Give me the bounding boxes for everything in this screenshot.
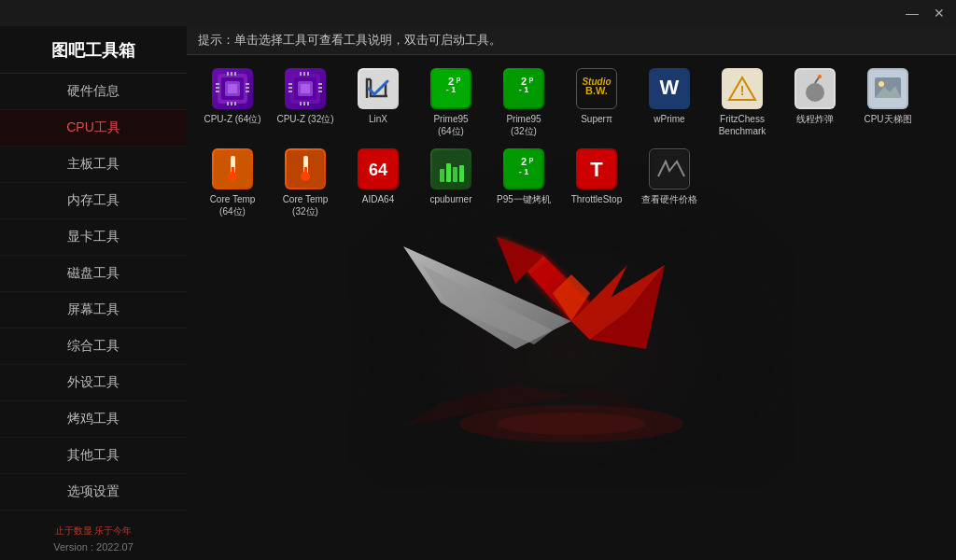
titlebar: — ✕ xyxy=(0,0,956,26)
tool-aida64[interactable]: 64 AIDA64 xyxy=(344,145,413,221)
tool-p95key[interactable]: 2 p - 1 P95一键烤机 xyxy=(489,145,558,221)
superpi-icon: Studio B.W. xyxy=(576,68,617,109)
sidebar-item-comprehensive-tools[interactable]: 综合工具 xyxy=(0,329,187,365)
tool-thread-bomb[interactable]: 线程炸弹 xyxy=(780,64,850,141)
tool-prime95-64[interactable]: 2 p - 1 Prime95 (64位) xyxy=(416,64,485,141)
tool-prime95-32[interactable]: 2 p - 1 Prime95 (32位) xyxy=(489,64,558,141)
sidebar-nav: 硬件信息 CPU工具 主板工具 内存工具 显卡工具 磁盘工具 屏幕工具 综合工具… xyxy=(0,74,187,517)
sidebar-item-motherboard-tools[interactable]: 主板工具 xyxy=(0,147,187,183)
tools-row-2: Core Temp (64位) Core Temp (32位) xyxy=(198,145,945,221)
minimize-button[interactable]: — xyxy=(902,7,922,20)
hw-price-label: 查看硬件价格 xyxy=(641,193,697,205)
throttlestop-icon: T xyxy=(576,148,617,189)
svg-text:p: p xyxy=(457,75,461,83)
aida64-icon: 64 xyxy=(358,148,399,189)
svg-rect-19 xyxy=(301,84,310,93)
svg-rect-67 xyxy=(440,169,444,182)
tool-cpuburner[interactable]: cpuburner xyxy=(416,145,485,221)
svg-rect-28 xyxy=(307,72,309,76)
tool-cpuz-64[interactable]: CPU-Z (64位) xyxy=(198,64,267,141)
svg-text:- 1: - 1 xyxy=(446,85,457,94)
svg-rect-26 xyxy=(300,72,302,76)
svg-rect-5 xyxy=(216,87,219,89)
hint-bar: 提示：单击选择工具可查看工具说明，双击可启动工具。 xyxy=(187,26,956,55)
superpi-label: Superπ xyxy=(581,113,612,125)
sidebar-item-roast-tools[interactable]: 烤鸡工具 xyxy=(0,401,187,438)
svg-rect-9 xyxy=(246,91,249,92)
content-area: 提示：单击选择工具可查看工具说明，双击可启动工具。 xyxy=(187,26,956,560)
sidebar: 图吧工具箱 硬件信息 CPU工具 主板工具 内存工具 显卡工具 磁盘工具 屏幕工… xyxy=(0,26,187,560)
svg-rect-25 xyxy=(318,91,322,92)
svg-rect-20 xyxy=(288,83,292,85)
svg-rect-6 xyxy=(216,91,219,92)
sidebar-item-screen-tools[interactable]: 屏幕工具 xyxy=(0,292,187,329)
svg-text:B.W.: B.W. xyxy=(585,85,608,96)
tools-row-1: CPU-Z (64位) xyxy=(198,64,945,141)
svg-text:64: 64 xyxy=(369,161,387,179)
prime95-32-label: Prime95 (32位) xyxy=(506,113,541,137)
sidebar-item-options[interactable]: 选项设置 xyxy=(0,474,187,511)
cpuz-64-label: CPU-Z (64位) xyxy=(204,113,260,125)
svg-text:W: W xyxy=(660,76,680,99)
tool-cpuz-32[interactable]: CPU-Z (32位) xyxy=(271,64,340,141)
tools-area: CPU-Z (64位) xyxy=(187,55,956,234)
svg-point-49 xyxy=(806,83,824,102)
tool-linx[interactable]: LinX xyxy=(344,64,413,141)
svg-rect-11 xyxy=(231,72,232,76)
sidebar-watermark: 止于数显 乐于今年 xyxy=(7,525,179,538)
tool-coretemp-32[interactable]: Core Temp (32位) xyxy=(271,145,340,221)
p95key-icon: 2 p - 1 xyxy=(503,148,544,189)
svg-rect-21 xyxy=(288,87,292,89)
tool-hw-price[interactable]: 查看硬件价格 xyxy=(635,145,704,221)
cpuburner-label: cpuburner xyxy=(429,193,471,205)
svg-rect-12 xyxy=(234,72,236,76)
coretemp-32-label: Core Temp (32位) xyxy=(283,193,329,217)
svg-text:- 1: - 1 xyxy=(519,167,529,176)
sidebar-item-cpu-tools[interactable]: CPU工具 xyxy=(0,110,187,147)
svg-text:- 1: - 1 xyxy=(519,85,529,94)
cpuburner-icon xyxy=(430,148,471,189)
cpuz-32-label: CPU-Z (32位) xyxy=(276,113,333,125)
tool-cpu-heaven[interactable]: CPU天梯图 xyxy=(853,64,922,141)
tool-superpi[interactable]: Studio B.W. Superπ xyxy=(562,64,631,141)
svg-rect-15 xyxy=(234,102,236,105)
fritzchess-label: FritzChess Benchmark xyxy=(719,113,766,137)
tool-throttlestop[interactable]: T ThrottleStop xyxy=(562,145,631,221)
svg-point-55 xyxy=(879,81,884,87)
svg-rect-30 xyxy=(303,102,305,105)
svg-rect-3 xyxy=(228,84,237,93)
svg-rect-68 xyxy=(446,163,451,182)
throttlestop-label: ThrottleStop xyxy=(571,193,622,205)
svg-rect-7 xyxy=(246,83,249,85)
svg-rect-70 xyxy=(459,165,464,182)
svg-rect-10 xyxy=(227,72,229,76)
prime95-32-icon: 2 p - 1 xyxy=(503,68,544,109)
prime95-64-label: Prime95 (64位) xyxy=(433,113,468,137)
sidebar-item-peripheral-tools[interactable]: 外设工具 xyxy=(0,365,187,401)
svg-text:T: T xyxy=(590,158,603,181)
sidebar-item-other-tools[interactable]: 其他工具 xyxy=(0,438,187,474)
svg-text:p: p xyxy=(529,155,534,163)
hw-price-icon xyxy=(649,148,690,189)
sidebar-version: Version : 2022.07 xyxy=(7,541,179,553)
sidebar-item-memory-tools[interactable]: 内存工具 xyxy=(0,183,187,219)
coretemp-64-label: Core Temp (64位) xyxy=(210,193,256,217)
svg-rect-8 xyxy=(246,87,249,89)
sidebar-item-hardware-info[interactable]: 硬件信息 xyxy=(0,74,187,110)
tool-coretemp-64[interactable]: Core Temp (64位) xyxy=(198,145,267,221)
svg-rect-31 xyxy=(307,102,309,105)
tool-wprime[interactable]: W wPrime xyxy=(635,64,704,141)
svg-rect-4 xyxy=(216,83,219,85)
svg-rect-59 xyxy=(232,167,234,176)
tool-fritzchess[interactable]: ! FritzChess Benchmark xyxy=(708,64,777,141)
close-button[interactable]: ✕ xyxy=(930,7,949,20)
coretemp-64-icon xyxy=(212,148,253,189)
thread-bomb-icon xyxy=(794,68,836,109)
cpu-heaven-icon xyxy=(867,68,908,109)
sidebar-item-gpu-tools[interactable]: 显卡工具 xyxy=(0,219,187,256)
sidebar-item-disk-tools[interactable]: 磁盘工具 xyxy=(0,256,187,292)
sidebar-header: 图吧工具箱 xyxy=(0,26,187,74)
sidebar-footer: 止于数显 乐于今年 Version : 2022.07 xyxy=(0,517,187,560)
svg-text:p: p xyxy=(529,75,534,83)
linx-icon xyxy=(358,68,399,109)
